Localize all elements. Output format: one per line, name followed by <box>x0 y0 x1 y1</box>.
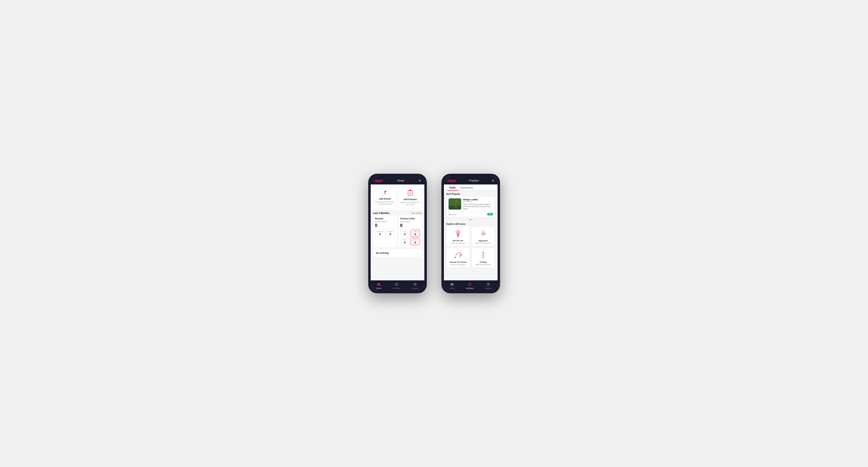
add-round-title: Add Round <box>379 198 391 200</box>
practice-nav-home[interactable]: Home <box>450 283 455 289</box>
svg-point-45 <box>482 255 482 256</box>
featured-title: Wedge Ladder <box>463 198 478 201</box>
svg-point-34 <box>455 257 456 258</box>
skill-putting[interactable]: Putting Make and lag practice <box>471 248 495 268</box>
putt-label: PUTT <box>412 239 419 241</box>
golf-bag-label: My Golf Bag <box>376 252 389 254</box>
practice-menu-icon[interactable]: ≡ <box>492 179 494 183</box>
tab-favourites[interactable]: Favourites <box>458 184 475 191</box>
home-nav-activities[interactable]: Activities <box>393 283 400 289</box>
dot-3 <box>472 219 473 220</box>
shots-icon: ⛳ <box>448 213 451 215</box>
svg-point-11 <box>455 200 457 203</box>
practice-nav-capture[interactable]: Capture <box>485 283 492 289</box>
practice-logo: clippd <box>447 179 456 183</box>
rounds-col: Rounds Rounds Capture 0 Tournament 0 Pra… <box>373 215 397 247</box>
featured-title-row: Wedge Ladder ☆ <box>463 198 493 201</box>
add-practice-card[interactable]: Add Practice Capture your practice off-t… <box>399 187 422 208</box>
app-value: 4 <box>412 233 419 236</box>
app-badge: APP <box>487 213 493 215</box>
most-popular-label: Most Popular <box>444 191 498 196</box>
home-nav-activities-label: Activities <box>393 287 400 289</box>
add-round-card[interactable]: Add Round Record your shots in fast or e… <box>373 187 397 208</box>
featured-footer: ⛳ 9 shots APP <box>446 212 495 217</box>
home-nav-activities-icon <box>395 283 398 287</box>
arg-label: ARG <box>401 239 408 241</box>
approach-name: Approach <box>478 240 488 242</box>
off-the-tee-desc: Power and accuracy <box>451 242 465 244</box>
skill-around-the-green[interactable]: Around The Green Hone your short game <box>446 248 470 268</box>
svg-point-33 <box>483 233 484 235</box>
home-nav-home-label: Home <box>376 287 381 289</box>
featured-range: 50–100 yds <box>463 201 493 203</box>
rounds-title: Rounds <box>375 217 395 220</box>
featured-desc: Play 1 shot at each target yardage. If y… <box>463 203 493 210</box>
svg-point-36 <box>458 253 459 254</box>
action-cards-container: Add Round Record your shots in fast or e… <box>371 184 424 210</box>
off-the-tee-name: Off The Tee <box>453 240 463 242</box>
practice-title: Practice <box>469 179 479 182</box>
rounds-subtitle: Rounds Capture <box>375 221 395 222</box>
svg-point-40 <box>459 257 461 258</box>
putting-name: Putting <box>480 261 487 263</box>
practice-nav-home-icon <box>450 283 454 287</box>
featured-drill-card[interactable]: Wedge Ladder ☆ 50–100 yds Play 1 shot at… <box>446 196 495 217</box>
svg-point-23 <box>458 237 459 237</box>
practice-nav-activities[interactable]: Activities <box>466 283 474 289</box>
tournament-value: 0 <box>376 233 384 236</box>
drills-col: Practice Drills Drills Capture 8 OTT 0 A… <box>398 215 422 247</box>
around-the-green-desc: Hone your short game <box>450 264 466 266</box>
approach-icon <box>478 229 488 239</box>
svg-point-30 <box>482 235 482 236</box>
practice-topbar: clippd Practice ≡ <box>444 176 498 184</box>
skill-off-the-tee[interactable]: Off The Tee Power and accuracy <box>446 226 470 246</box>
rounds-value: 0 <box>375 223 395 228</box>
add-practice-title: Add Practice <box>403 198 417 200</box>
explore-label: Explore skill areas <box>444 221 498 226</box>
app-item: APP 4 <box>410 229 420 237</box>
approach-desc: Dial-in to hit the green <box>475 242 491 244</box>
home-title: Home <box>397 179 404 182</box>
drills-value: 8 <box>400 223 420 228</box>
rounds-sub: Tournament 0 Practice 0 <box>375 229 395 237</box>
putting-icon <box>478 250 488 260</box>
tournament-label: Tournament <box>376 231 384 232</box>
app-label: APP <box>412 231 419 232</box>
svg-point-35 <box>456 254 457 255</box>
ott-value: 0 <box>401 233 408 236</box>
home-nav-capture-label: Capture <box>412 287 418 289</box>
svg-point-38 <box>461 254 462 255</box>
putt-value: 4 <box>412 241 419 244</box>
drills-title: Practice Drills <box>400 217 420 220</box>
phone-practice: clippd Practice ≡ Drills Favourites Most… <box>441 174 500 293</box>
ott-item: OTT 0 <box>400 229 410 237</box>
home-topbar: clippd Home ≡ <box>371 176 424 184</box>
view-activity-link[interactable]: View Activity <box>411 212 422 214</box>
home-nav-capture[interactable]: Capture <box>412 283 418 289</box>
tab-drills[interactable]: Drills <box>447 184 458 191</box>
featured-shots: ⛳ 9 shots <box>448 213 457 215</box>
home-content: Add Round Record your shots in fast or e… <box>371 184 424 280</box>
svg-point-46 <box>484 256 485 257</box>
ott-label: OTT <box>401 231 408 232</box>
home-menu-icon[interactable]: ≡ <box>419 179 421 183</box>
putt-item: PUTT 4 <box>410 238 420 245</box>
svg-point-44 <box>483 255 484 256</box>
tournament-item: Tournament 0 <box>375 229 385 237</box>
around-the-green-icon <box>453 250 463 260</box>
svg-point-28 <box>484 232 485 233</box>
skill-grid: Off The Tee Power and accuracy <box>444 226 498 270</box>
svg-point-42 <box>483 252 484 253</box>
golf-bag-row[interactable]: My Golf Bag › <box>373 249 422 257</box>
home-logo: clippd <box>374 179 383 183</box>
home-nav-home[interactable]: Home <box>376 283 381 289</box>
drills-subtitle: Drills Capture <box>400 221 420 222</box>
off-the-tee-icon <box>453 229 463 239</box>
practice-nav-capture-label: Capture <box>485 287 492 289</box>
skill-approach[interactable]: Approach Dial-in to hit the green <box>471 226 495 246</box>
add-round-desc: Record your shots in fast or enhanced mo… <box>375 201 395 205</box>
practice-nav-capture-icon <box>487 283 490 287</box>
svg-point-48 <box>485 254 486 255</box>
golf-bag-arrow-icon: › <box>418 252 419 254</box>
around-the-green-name: Around The Green <box>450 261 467 263</box>
